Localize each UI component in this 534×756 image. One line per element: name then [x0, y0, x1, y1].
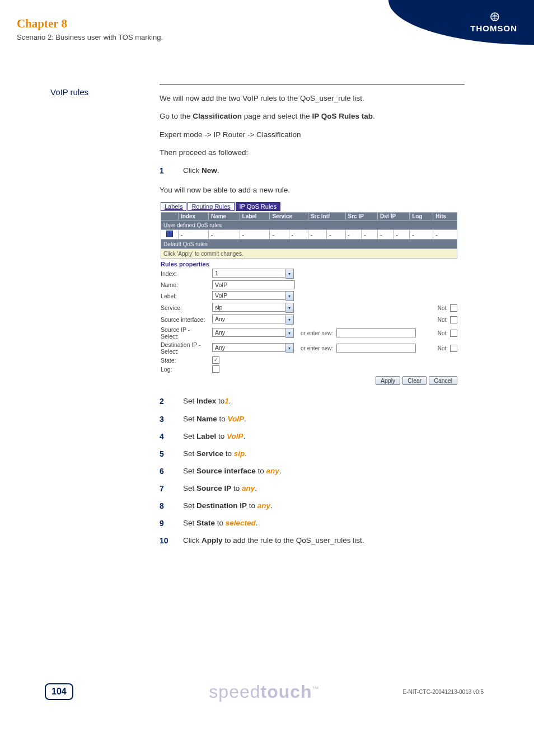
not-checkbox[interactable] — [450, 316, 457, 323]
commit-hint: Click 'Apply' to commit changes. — [161, 249, 457, 259]
step: 3Set Name to VoIP. — [160, 413, 462, 426]
label-name: Name: — [161, 281, 209, 288]
src-ip-select[interactable]: Any — [212, 328, 285, 337]
step-number: 3 — [160, 413, 172, 426]
not-checkbox[interactable] — [450, 304, 457, 312]
globe-icon — [489, 11, 500, 22]
brand-text: THOMSON — [470, 24, 517, 33]
cancel-button[interactable]: Cancel — [429, 376, 457, 385]
user-rules-header: User defined QoS rules — [161, 220, 457, 230]
label-label: Label: — [161, 293, 209, 299]
chevron-down-icon[interactable]: ▾ — [285, 291, 294, 301]
not-checkbox[interactable] — [450, 330, 457, 337]
label-srcip: Source IP - Select: — [161, 326, 209, 340]
intro-line-1: We will now add the two VoIP rules to th… — [160, 92, 462, 105]
dst-ip-input[interactable] — [336, 344, 416, 353]
state-checkbox[interactable]: ✓ — [212, 356, 219, 364]
step-number: 8 — [160, 500, 172, 513]
step: 10Click Apply to add the rule to the QoS… — [160, 534, 462, 547]
src-interface-select[interactable]: Any — [212, 314, 285, 323]
chapter-header: Chapter 8 Scenario 2: Business user with… — [17, 17, 163, 41]
section-heading: VoIP rules — [50, 87, 88, 97]
after-click-line: You will now be able to add a new rule. — [160, 184, 462, 196]
step-number: 9 — [160, 517, 172, 530]
brand-logo: THOMSON — [388, 0, 534, 56]
label-state: State: — [161, 357, 209, 364]
default-rules-header: Default QoS rules — [161, 240, 457, 249]
step: 9Set State to selected. — [160, 517, 462, 530]
step: 7Set Source IP to any. — [160, 482, 462, 495]
tab-routing-rules[interactable]: Routing Rules — [188, 202, 234, 211]
src-ip-input[interactable] — [336, 328, 416, 337]
step-number: 5 — [160, 448, 172, 461]
label-service: Service: — [161, 304, 209, 311]
chapter-title: Chapter 8 — [17, 17, 163, 31]
step-1: 1 Click New. — [160, 165, 462, 177]
service-select[interactable]: sip — [212, 303, 285, 312]
step-number: 7 — [160, 482, 172, 495]
step: 8Set Destination IP to any. — [160, 500, 462, 513]
step: 2Set Index to1. — [160, 395, 462, 408]
step-number: 10 — [160, 534, 172, 547]
chevron-down-icon[interactable]: ▾ — [285, 269, 294, 279]
dst-ip-select[interactable]: Any — [212, 343, 285, 352]
chapter-subtitle: Scenario 2: Business user with TOS marki… — [17, 33, 163, 41]
step-number: 4 — [160, 430, 172, 443]
clear-button[interactable]: Clear — [402, 376, 427, 385]
page-number: 104 — [45, 683, 73, 700]
log-checkbox[interactable] — [212, 365, 219, 373]
qos-rules-panel: Labels Routing Rules IP QoS Rules Index … — [161, 202, 457, 385]
step-number: 6 — [160, 465, 172, 478]
step: 4Set Label to VoIP. — [160, 430, 462, 443]
step: 6Set Source interface to any. — [160, 465, 462, 478]
doc-reference: E-NIT-CTC-20041213-0013 v0.5 — [402, 689, 484, 695]
chevron-down-icon[interactable]: ▾ — [285, 314, 294, 325]
intro-line-4: Then proceed as followed: — [160, 147, 462, 159]
label-dstip: Destination IP - Select: — [161, 341, 209, 355]
rules-table: Index Name Label Service Src Intf Src IP… — [161, 212, 457, 259]
step-number: 1 — [160, 165, 172, 177]
intro-line-3: Expert mode -> IP Router -> Classificati… — [160, 129, 462, 141]
step: 5Set Service to sip. — [160, 448, 462, 461]
label-srcintf: Source interface: — [161, 316, 209, 323]
label-select[interactable]: VoIP — [212, 291, 285, 300]
chevron-down-icon[interactable]: ▾ — [285, 328, 294, 338]
intro-line-2: Go to the Classification page and select… — [160, 110, 462, 123]
table-row[interactable]: ------------- — [161, 230, 457, 240]
not-checkbox[interactable] — [450, 345, 457, 352]
row-select-icon[interactable] — [166, 231, 173, 237]
label-log: Log: — [161, 366, 209, 373]
divider — [160, 84, 465, 84]
name-input[interactable]: VoIP — [212, 280, 295, 289]
apply-button[interactable]: Apply — [376, 376, 400, 385]
chevron-down-icon[interactable]: ▾ — [285, 343, 294, 353]
tab-labels[interactable]: Labels — [161, 202, 186, 211]
rules-properties-title: Rules properties — [161, 261, 457, 267]
step-number: 2 — [160, 395, 172, 408]
label-index: Index: — [161, 270, 209, 277]
index-select[interactable]: 1 — [212, 269, 285, 278]
chevron-down-icon[interactable]: ▾ — [285, 303, 294, 313]
brand-footer: speedtouch™ — [209, 682, 319, 702]
tab-ip-qos-rules[interactable]: IP QoS Rules — [236, 202, 280, 211]
